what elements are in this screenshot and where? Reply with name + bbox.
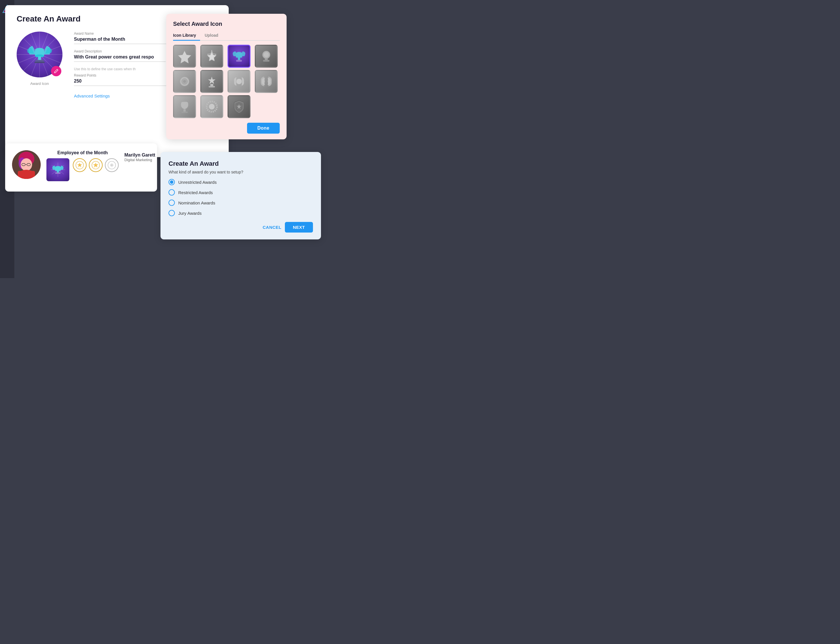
icon-cell-6[interactable] bbox=[200, 70, 223, 93]
modal-subtitle: What kind of award do you want to setup? bbox=[169, 170, 313, 174]
advanced-settings-link[interactable]: Advanced Settings bbox=[74, 94, 110, 99]
svg-marker-75 bbox=[93, 163, 98, 168]
tab-upload[interactable]: Upload bbox=[205, 31, 222, 41]
employee-avatar bbox=[12, 150, 41, 179]
svg-rect-68 bbox=[55, 167, 61, 171]
svg-rect-22 bbox=[38, 56, 41, 61]
employee-award-title: Employee of the Month bbox=[46, 150, 119, 155]
svg-rect-35 bbox=[263, 60, 269, 62]
award-icon-section: Award Icon bbox=[16, 31, 62, 99]
svg-point-39 bbox=[183, 80, 186, 83]
employee-info: Employee of the Month bbox=[46, 150, 119, 185]
icon-cell-8[interactable] bbox=[255, 70, 278, 93]
icon-cell-3[interactable] bbox=[228, 45, 251, 68]
create-award-modal: Create An Award What kind of award do yo… bbox=[160, 152, 321, 240]
svg-rect-58 bbox=[18, 171, 35, 179]
modal-actions: CANCEL NEXT bbox=[169, 222, 313, 233]
svg-point-78 bbox=[111, 164, 113, 166]
icon-cell-2[interactable] bbox=[200, 45, 223, 68]
radio-label-2: Restricted Awards bbox=[178, 190, 213, 195]
svg-rect-45 bbox=[182, 112, 188, 113]
award-icon-circle[interactable] bbox=[16, 31, 62, 77]
svg-marker-25 bbox=[178, 51, 191, 63]
employee-name-section: Marilyn Garett Digital Marketing bbox=[124, 150, 156, 162]
svg-point-36 bbox=[264, 52, 269, 58]
radio-circle-1[interactable] bbox=[169, 179, 175, 185]
svg-point-43 bbox=[236, 79, 242, 84]
icon-cell-1[interactable] bbox=[173, 45, 196, 68]
svg-point-47 bbox=[209, 104, 215, 110]
radio-jury[interactable]: Jury Awards bbox=[169, 210, 313, 216]
svg-rect-42 bbox=[209, 86, 215, 87]
modal-title: Create An Award bbox=[169, 160, 313, 168]
icon-cell-11[interactable] bbox=[228, 95, 251, 118]
edit-icon-badge[interactable] bbox=[51, 66, 61, 76]
svg-rect-70 bbox=[55, 172, 61, 174]
radio-nomination[interactable]: Nomination Awards bbox=[169, 200, 313, 206]
svg-marker-40 bbox=[208, 77, 216, 84]
icon-cell-9[interactable] bbox=[173, 95, 196, 118]
icon-tabs: Icon Library Upload bbox=[173, 31, 280, 41]
employee-dept: Digital Marketing bbox=[124, 158, 156, 162]
star-badge-3 bbox=[105, 158, 119, 172]
icon-select-panel: Select Award Icon Icon Library Upload bbox=[166, 14, 287, 140]
radio-circle-3[interactable] bbox=[169, 200, 175, 206]
svg-rect-30 bbox=[236, 53, 242, 58]
radio-label-3: Nomination Awards bbox=[178, 200, 215, 205]
star-badge-1 bbox=[73, 158, 87, 172]
icon-cell-5[interactable] bbox=[173, 70, 196, 93]
radio-label-4: Jury Awards bbox=[178, 211, 201, 215]
icon-cell-4[interactable] bbox=[255, 45, 278, 68]
icon-grid bbox=[173, 45, 280, 118]
radio-restricted[interactable]: Restricted Awards bbox=[169, 189, 313, 196]
svg-rect-24 bbox=[34, 62, 45, 63]
tab-icon-library[interactable]: Icon Library bbox=[173, 31, 200, 41]
radio-label-1: Unrestricted Awards bbox=[178, 180, 217, 185]
employee-name: Marilyn Garett bbox=[124, 153, 156, 158]
employee-award-icon bbox=[46, 158, 69, 181]
next-button[interactable]: NEXT bbox=[285, 222, 313, 233]
star-badge-2 bbox=[89, 158, 103, 172]
radio-unrestricted[interactable]: Unrestricted Awards bbox=[169, 179, 313, 185]
radio-circle-2[interactable] bbox=[169, 189, 175, 196]
avatar-image bbox=[12, 150, 41, 179]
done-button[interactable]: Done bbox=[247, 123, 280, 134]
svg-rect-41 bbox=[210, 84, 213, 86]
award-desc-value[interactable]: With Great power comes great respo bbox=[74, 54, 165, 62]
icon-select-title: Select Award Icon bbox=[173, 21, 280, 27]
employee-card: Employee of the Month bbox=[5, 143, 157, 192]
icon-cell-10[interactable] bbox=[200, 95, 223, 118]
radio-circle-4[interactable] bbox=[169, 210, 175, 216]
award-icon-label: Award Icon bbox=[30, 81, 49, 86]
star-badges bbox=[73, 158, 119, 172]
svg-rect-69 bbox=[57, 171, 59, 172]
cancel-button[interactable]: CANCEL bbox=[262, 225, 282, 230]
svg-rect-32 bbox=[236, 60, 242, 62]
icon-cell-7[interactable] bbox=[228, 70, 251, 93]
